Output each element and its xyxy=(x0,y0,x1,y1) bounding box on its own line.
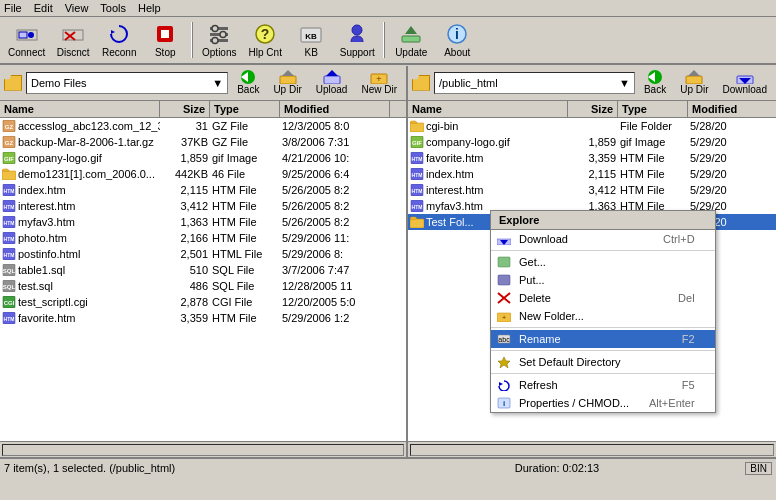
ctx-separator xyxy=(491,373,715,374)
left-back-button[interactable]: Back xyxy=(232,68,264,98)
menu-edit[interactable]: Edit xyxy=(34,2,53,14)
about-button[interactable]: i About xyxy=(435,19,479,61)
scrollbar-area xyxy=(0,441,776,457)
table-row[interactable]: HTM interest.htm 3,412 HTM File 5/26/200… xyxy=(0,198,406,214)
left-file-list[interactable]: GZ accesslog_abc123.com_12_3... 31 GZ Fi… xyxy=(0,118,406,441)
toolbar: Connect Discnct Reconn Stop Options ? Hl… xyxy=(0,17,776,65)
right-col-type[interactable]: Type xyxy=(618,101,688,117)
table-row[interactable]: HTM favorite.htm 3,359 HTM File 5/29/20 xyxy=(408,150,776,166)
file-type: CGI File xyxy=(210,296,280,308)
right-col-modified[interactable]: Modified xyxy=(688,101,776,117)
right-updir-button[interactable]: Up Dir xyxy=(675,68,713,98)
ctx-item-get---[interactable]: Get... xyxy=(491,253,715,271)
left-newdir-button[interactable]: + New Dir xyxy=(356,68,402,98)
table-row[interactable]: GIF company-logo.gif 1,859 gif Image 5/2… xyxy=(408,134,776,150)
file-type: HTM File xyxy=(210,216,280,228)
left-updir-button[interactable]: Up Dir xyxy=(268,68,306,98)
left-address-combo[interactable]: Demo Files ▼ xyxy=(26,72,228,94)
file-modified: 5/26/2005 8:2 xyxy=(280,200,390,212)
ctx-item-label: Get... xyxy=(519,256,546,268)
right-col-name[interactable]: Name xyxy=(408,101,568,117)
table-row[interactable]: SQL test.sql 486 SQL File 12/28/2005 11 xyxy=(0,278,406,294)
file-modified: 9/25/2006 6:4 xyxy=(280,168,390,180)
svg-text:HTM: HTM xyxy=(412,172,423,178)
left-scrollbar[interactable] xyxy=(0,442,408,457)
svg-point-19 xyxy=(352,25,362,35)
ctx-header[interactable]: Explore xyxy=(491,211,715,230)
reconnect-button[interactable]: Reconn xyxy=(97,19,141,61)
right-address-combo[interactable]: /public_html ▼ xyxy=(434,72,635,94)
left-col-modified[interactable]: Modified xyxy=(280,101,390,117)
file-name: backup-Mar-8-2006-1.tar.gz xyxy=(18,136,154,148)
options-button[interactable]: Options xyxy=(197,19,241,61)
ctx-item-rename[interactable]: abc Rename F2 xyxy=(491,330,715,348)
upload-button[interactable]: Upload xyxy=(311,68,353,98)
file-type: SQL File xyxy=(210,264,280,276)
table-row[interactable]: HTM interest.htm 3,412 HTM File 5/29/20 xyxy=(408,182,776,198)
ctx-item-new-folder---[interactable]: + New Folder... xyxy=(491,307,715,325)
ctx-item-refresh[interactable]: Refresh F5 xyxy=(491,376,715,394)
disconnect-button[interactable]: Discnct xyxy=(51,19,95,61)
ctx-item-properties---chmod---[interactable]: i Properties / CHMOD... Alt+Enter xyxy=(491,394,715,412)
table-row[interactable]: demo1231[1].com_2006.0... 442KB 46 File … xyxy=(0,166,406,182)
address-row: Demo Files ▼ Back Up Dir Upload + New Di… xyxy=(0,65,776,101)
update-label: Update xyxy=(395,47,427,58)
table-row[interactable]: HTM index.htm 2,115 HTM File 5/26/2005 8… xyxy=(0,182,406,198)
menubar: File Edit View Tools Help xyxy=(0,0,776,17)
table-row[interactable]: HTM favorite.htm 3,359 HTM File 5/29/200… xyxy=(0,310,406,326)
file-name: company-logo.gif xyxy=(426,136,510,148)
stop-icon xyxy=(153,22,177,46)
connect-button[interactable]: Connect xyxy=(4,19,49,61)
download-button[interactable]: Download xyxy=(718,68,772,98)
help-contents-button[interactable]: ? Hlp Cnt xyxy=(243,19,287,61)
ctx-item-delete[interactable]: Delete Del xyxy=(491,289,715,307)
left-folder-icon xyxy=(4,75,22,91)
right-scrollbar[interactable] xyxy=(408,442,776,457)
table-row[interactable]: CGI test_scriptl.cgi 2,878 CGI File 12/2… xyxy=(0,294,406,310)
left-col-type[interactable]: Type xyxy=(210,101,280,117)
update-icon xyxy=(399,22,423,46)
svg-text:+: + xyxy=(377,74,382,84)
file-modified: 5/29/20 xyxy=(688,136,776,148)
right-col-size[interactable]: Size xyxy=(568,101,618,117)
file-size: 1,363 xyxy=(160,216,210,228)
kb-button[interactable]: KB KB xyxy=(289,19,333,61)
table-row[interactable]: HTM postinfo.html 2,501 HTML File 5/29/2… xyxy=(0,246,406,262)
svg-text:i: i xyxy=(455,26,459,42)
table-row[interactable]: HTM index.htm 2,115 HTM File 5/29/20 xyxy=(408,166,776,182)
table-row[interactable]: HTM myfav3.htm 1,363 HTM File 5/26/2005 … xyxy=(0,214,406,230)
file-name: favorite.htm xyxy=(18,312,75,324)
menu-file[interactable]: File xyxy=(4,2,22,14)
menu-view[interactable]: View xyxy=(65,2,89,14)
right-back-button[interactable]: Back xyxy=(639,68,671,98)
menu-tools[interactable]: Tools xyxy=(100,2,126,14)
ctx-item-set-default-directory[interactable]: Set Default Directory xyxy=(491,353,715,371)
table-row[interactable]: SQL table1.sql 510 SQL File 3/7/2006 7:4… xyxy=(0,262,406,278)
connect-icon xyxy=(15,22,39,46)
svg-text:HTM: HTM xyxy=(412,204,423,210)
file-size: 510 xyxy=(160,264,210,276)
left-col-size[interactable]: Size xyxy=(160,101,210,117)
stop-button[interactable]: Stop xyxy=(143,19,187,61)
table-row[interactable]: cgi-bin File Folder 5/28/20 xyxy=(408,118,776,134)
table-row[interactable]: GZ accesslog_abc123.com_12_3... 31 GZ Fi… xyxy=(0,118,406,134)
help-label: Hlp Cnt xyxy=(249,47,282,58)
menu-help[interactable]: Help xyxy=(138,2,161,14)
table-row[interactable]: HTM photo.htm 2,166 HTM File 5/29/2006 1… xyxy=(0,230,406,246)
left-col-name[interactable]: Name xyxy=(0,101,160,117)
support-button[interactable]: Support xyxy=(335,19,379,61)
table-row[interactable]: GIF company-logo.gif 1,859 gif Image 4/2… xyxy=(0,150,406,166)
update-button[interactable]: Update xyxy=(389,19,433,61)
table-row[interactable]: GZ backup-Mar-8-2006-1.tar.gz 37KB GZ Fi… xyxy=(0,134,406,150)
file-name: accesslog_abc123.com_12_3... xyxy=(18,120,160,132)
ctx-item-shortcut: Alt+Enter xyxy=(649,397,695,409)
stop-label: Stop xyxy=(155,47,176,58)
file-size: 2,115 xyxy=(568,168,618,180)
ctx-item-put---[interactable]: Put... xyxy=(491,271,715,289)
ctx-item-shortcut: F2 xyxy=(682,333,695,345)
file-name: index.htm xyxy=(18,184,66,196)
ctx-item-label: Put... xyxy=(519,274,545,286)
ctx-item-download[interactable]: Download Ctrl+D xyxy=(491,230,715,248)
reconnect-icon xyxy=(107,22,131,46)
file-type: HTM File xyxy=(618,152,688,164)
